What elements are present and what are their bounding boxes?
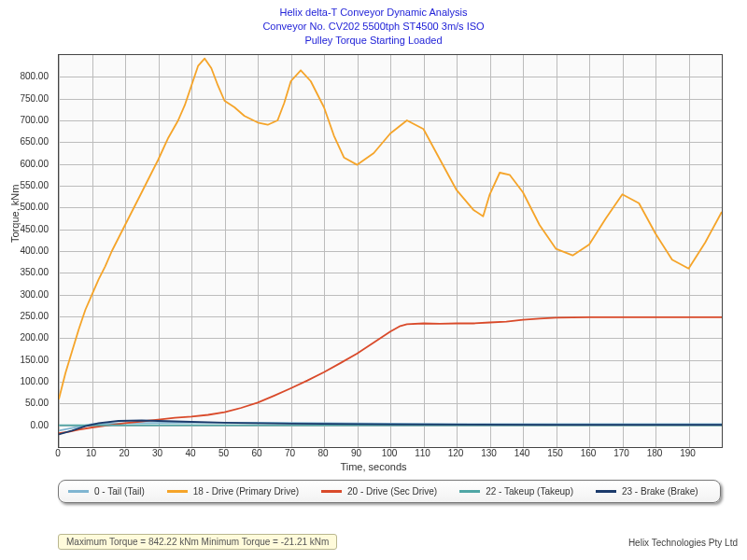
title-line-2: Conveyor No. CV202 5500tph ST4500 3m/s I… [0,20,747,34]
x-tick: 110 [415,448,430,458]
legend-label: 18 - Drive (Primary Drive) [193,486,299,497]
x-tick: 10 [86,448,96,458]
x-tick: 140 [514,448,530,458]
y-tick: 450.00 [20,223,49,233]
x-tick: 40 [185,448,195,458]
y-tick: 600.00 [20,158,49,168]
legend-item: 22 - Takeup (Takeup) [459,486,573,497]
title-line-1: Helix delta-T Conveyor Dynamic Analysis [0,6,747,20]
x-tick: 60 [251,448,261,458]
x-tick: 20 [119,448,129,458]
x-tick: 120 [448,448,464,458]
x-tick: 180 [647,448,663,458]
x-tick-labels: 0102030405060708090100110120130140150160… [58,448,721,461]
chart-titles: Helix delta-T Conveyor Dynamic Analysis … [0,0,747,48]
legend-swatch [167,490,188,493]
x-tick: 70 [285,448,295,458]
x-tick: 160 [581,448,597,458]
legend-item: 20 - Drive (Sec Drive) [321,486,437,497]
x-tick: 50 [218,448,229,458]
legend: 0 - Tail (Tail)18 - Drive (Primary Drive… [58,480,721,503]
y-tick: 350.00 [20,267,49,277]
y-tick: 0.00 [31,419,49,429]
y-tick: 300.00 [20,288,49,299]
legend-item: 18 - Drive (Primary Drive) [167,486,299,497]
legend-label: 20 - Drive (Sec Drive) [347,486,437,497]
y-tick: 100.00 [20,376,49,386]
x-tick: 0 [55,448,61,458]
legend-label: 23 - Brake (Brake) [622,486,698,497]
legend-swatch [321,490,342,493]
summary-box: Maximum Torque = 842.22 kNm Minimum Torq… [58,534,337,550]
legend-item: 0 - Tail (Tail) [68,486,145,497]
x-tick: 30 [152,448,162,458]
y-tick: 250.00 [20,311,49,321]
y-tick: 650.00 [20,136,49,147]
chart-lines [59,55,722,447]
legend-label: 0 - Tail (Tail) [94,486,145,497]
title-line-3: Pulley Torque Starting Loaded [0,34,747,48]
y-tick: 400.00 [20,245,49,256]
legend-swatch [596,490,616,493]
y-tick-labels: 0.0050.00100.00150.00200.00250.00300.003… [0,54,54,446]
y-tick: 500.00 [20,202,49,212]
x-axis-label: Time, seconds [0,461,747,472]
branding-text: Helix Technologies Pty Ltd [628,538,738,548]
y-tick: 150.00 [20,354,49,364]
y-tick: 800.00 [20,71,49,81]
legend-swatch [459,490,480,493]
legend-swatch [68,490,89,493]
x-tick: 80 [317,448,328,458]
x-tick: 170 [613,448,629,458]
legend-item: 23 - Brake (Brake) [596,486,698,497]
y-tick: 700.00 [20,115,49,125]
y-tick: 750.00 [20,92,49,103]
plot-area [58,54,723,448]
y-tick: 550.00 [20,180,49,190]
x-tick: 100 [382,448,398,458]
y-tick: 50.00 [25,398,49,408]
x-tick: 190 [680,448,696,458]
y-tick: 200.00 [20,332,49,343]
x-tick: 150 [547,448,563,458]
x-tick: 130 [481,448,497,458]
x-tick: 90 [351,448,361,458]
legend-label: 22 - Takeup (Takeup) [486,486,573,497]
chart-container: Helix delta-T Conveyor Dynamic Analysis … [0,0,747,560]
